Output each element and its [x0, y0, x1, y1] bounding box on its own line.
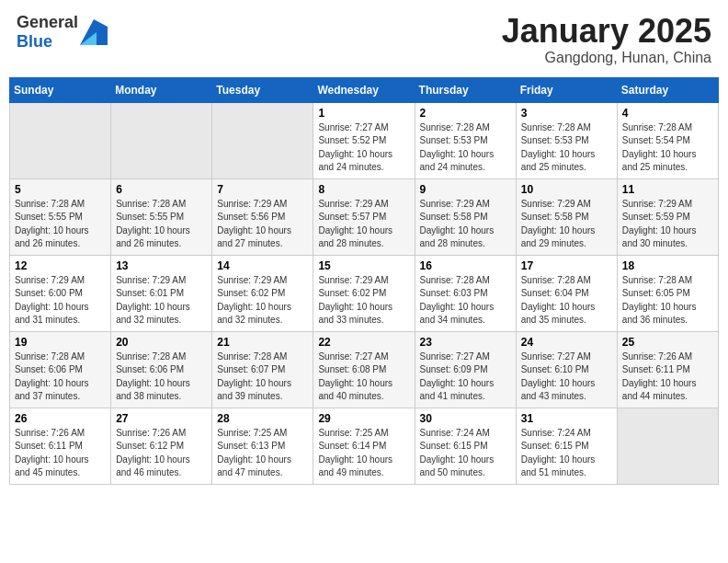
- day-info: Sunrise: 7:27 AMSunset: 5:52 PMDaylight:…: [318, 121, 409, 175]
- logo: General Blue: [17, 13, 108, 52]
- week-row-2: 5Sunrise: 7:28 AMSunset: 5:55 PMDaylight…: [10, 178, 719, 255]
- day-number: 31: [521, 412, 612, 425]
- day-info: Sunrise: 7:29 AMSunset: 6:02 PMDaylight:…: [217, 274, 308, 327]
- calendar-cell: 25Sunrise: 7:26 AMSunset: 6:11 PMDayligh…: [617, 331, 718, 408]
- calendar-cell: 11Sunrise: 7:29 AMSunset: 5:59 PMDayligh…: [617, 178, 718, 255]
- weekday-header-monday: Monday: [111, 77, 212, 102]
- day-info: Sunrise: 7:28 AMSunset: 6:06 PMDaylight:…: [116, 350, 207, 404]
- day-number: 29: [318, 412, 409, 425]
- day-number: 8: [318, 183, 409, 196]
- day-info: Sunrise: 7:26 AMSunset: 6:11 PMDaylight:…: [622, 350, 713, 404]
- day-info: Sunrise: 7:29 AMSunset: 5:57 PMDaylight:…: [318, 198, 409, 251]
- calendar-cell: 30Sunrise: 7:24 AMSunset: 6:15 PMDayligh…: [415, 408, 516, 484]
- day-number: 22: [318, 336, 409, 349]
- day-info: Sunrise: 7:25 AMSunset: 6:13 PMDaylight:…: [217, 427, 308, 480]
- logo-text: General Blue: [17, 13, 78, 52]
- calendar-cell: [10, 102, 111, 178]
- day-number: 3: [521, 107, 612, 120]
- weekday-header-friday: Friday: [516, 77, 617, 102]
- calendar-title: January 2025: [502, 13, 711, 50]
- day-number: 24: [521, 336, 612, 349]
- calendar-cell: 21Sunrise: 7:28 AMSunset: 6:07 PMDayligh…: [212, 331, 313, 408]
- day-info: Sunrise: 7:24 AMSunset: 6:15 PMDaylight:…: [420, 427, 511, 480]
- calendar-cell: 16Sunrise: 7:28 AMSunset: 6:03 PMDayligh…: [415, 255, 516, 331]
- calendar-cell: 6Sunrise: 7:28 AMSunset: 5:55 PMDaylight…: [111, 178, 212, 255]
- day-number: 30: [420, 412, 511, 425]
- day-number: 4: [622, 107, 713, 120]
- calendar-header: SundayMondayTuesdayWednesdayThursdayFrid…: [10, 77, 719, 102]
- calendar-cell: 27Sunrise: 7:26 AMSunset: 6:12 PMDayligh…: [111, 408, 212, 484]
- day-number: 11: [622, 183, 713, 196]
- calendar-cell: 20Sunrise: 7:28 AMSunset: 6:06 PMDayligh…: [111, 331, 212, 408]
- day-info: Sunrise: 7:28 AMSunset: 6:07 PMDaylight:…: [217, 350, 308, 404]
- day-number: 12: [15, 259, 106, 272]
- day-number: 16: [420, 259, 511, 272]
- calendar-cell: 15Sunrise: 7:29 AMSunset: 6:02 PMDayligh…: [313, 255, 415, 331]
- calendar-table: SundayMondayTuesdayWednesdayThursdayFrid…: [9, 77, 719, 485]
- calendar-cell: 29Sunrise: 7:25 AMSunset: 6:14 PMDayligh…: [313, 408, 415, 484]
- day-number: 13: [116, 259, 207, 272]
- day-number: 9: [420, 183, 511, 196]
- day-info: Sunrise: 7:26 AMSunset: 6:12 PMDaylight:…: [116, 427, 207, 480]
- calendar-cell: 24Sunrise: 7:27 AMSunset: 6:10 PMDayligh…: [516, 331, 617, 408]
- day-info: Sunrise: 7:28 AMSunset: 5:55 PMDaylight:…: [116, 198, 207, 251]
- title-block: January 2025 Gangdong, Hunan, China: [502, 13, 711, 66]
- weekday-header-wednesday: Wednesday: [313, 77, 415, 102]
- day-number: 7: [217, 183, 308, 196]
- week-row-5: 26Sunrise: 7:26 AMSunset: 6:11 PMDayligh…: [10, 408, 719, 484]
- day-number: 25: [622, 336, 713, 349]
- calendar-cell: 18Sunrise: 7:28 AMSunset: 6:05 PMDayligh…: [617, 255, 718, 331]
- day-number: 1: [318, 107, 409, 120]
- day-info: Sunrise: 7:29 AMSunset: 5:58 PMDaylight:…: [420, 198, 511, 251]
- calendar-subtitle: Gangdong, Hunan, China: [502, 50, 711, 66]
- calendar-cell: 3Sunrise: 7:28 AMSunset: 5:53 PMDaylight…: [516, 102, 617, 178]
- day-info: Sunrise: 7:28 AMSunset: 6:06 PMDaylight:…: [15, 350, 106, 404]
- day-number: 26: [15, 412, 106, 425]
- weekday-header-sunday: Sunday: [10, 77, 111, 102]
- week-row-1: 1Sunrise: 7:27 AMSunset: 5:52 PMDaylight…: [10, 102, 719, 178]
- logo-general: General: [17, 13, 78, 31]
- weekday-row: SundayMondayTuesdayWednesdayThursdayFrid…: [10, 77, 719, 102]
- day-number: 17: [521, 259, 612, 272]
- day-info: Sunrise: 7:28 AMSunset: 6:04 PMDaylight:…: [521, 274, 612, 327]
- calendar-cell: 12Sunrise: 7:29 AMSunset: 6:00 PMDayligh…: [10, 255, 111, 331]
- day-number: 2: [420, 107, 511, 120]
- calendar-cell: [111, 102, 212, 178]
- day-info: Sunrise: 7:28 AMSunset: 5:54 PMDaylight:…: [622, 121, 713, 175]
- day-number: 10: [521, 183, 612, 196]
- day-info: Sunrise: 7:28 AMSunset: 5:53 PMDaylight:…: [521, 121, 612, 175]
- day-number: 23: [420, 336, 511, 349]
- day-info: Sunrise: 7:27 AMSunset: 6:10 PMDaylight:…: [521, 350, 612, 404]
- day-info: Sunrise: 7:29 AMSunset: 6:02 PMDaylight:…: [318, 274, 409, 327]
- day-info: Sunrise: 7:28 AMSunset: 5:55 PMDaylight:…: [15, 198, 106, 251]
- day-number: 18: [622, 259, 713, 272]
- day-number: 28: [217, 412, 308, 425]
- calendar-cell: 31Sunrise: 7:24 AMSunset: 6:15 PMDayligh…: [516, 408, 617, 484]
- day-info: Sunrise: 7:28 AMSunset: 5:53 PMDaylight:…: [420, 121, 511, 175]
- day-number: 15: [318, 259, 409, 272]
- day-number: 6: [116, 183, 207, 196]
- day-info: Sunrise: 7:24 AMSunset: 6:15 PMDaylight:…: [521, 427, 612, 480]
- calendar-cell: 19Sunrise: 7:28 AMSunset: 6:06 PMDayligh…: [10, 331, 111, 408]
- day-info: Sunrise: 7:29 AMSunset: 5:58 PMDaylight:…: [521, 198, 612, 251]
- calendar-cell: 17Sunrise: 7:28 AMSunset: 6:04 PMDayligh…: [516, 255, 617, 331]
- day-number: 5: [15, 183, 106, 196]
- weekday-header-saturday: Saturday: [617, 77, 718, 102]
- day-info: Sunrise: 7:29 AMSunset: 5:59 PMDaylight:…: [622, 198, 713, 251]
- calendar-cell: 10Sunrise: 7:29 AMSunset: 5:58 PMDayligh…: [516, 178, 617, 255]
- day-info: Sunrise: 7:28 AMSunset: 6:03 PMDaylight:…: [420, 274, 511, 327]
- calendar-cell: 14Sunrise: 7:29 AMSunset: 6:02 PMDayligh…: [212, 255, 313, 331]
- calendar-cell: 13Sunrise: 7:29 AMSunset: 6:01 PMDayligh…: [111, 255, 212, 331]
- day-info: Sunrise: 7:26 AMSunset: 6:11 PMDaylight:…: [15, 427, 106, 480]
- calendar-cell: 28Sunrise: 7:25 AMSunset: 6:13 PMDayligh…: [212, 408, 313, 484]
- calendar-cell: 1Sunrise: 7:27 AMSunset: 5:52 PMDaylight…: [313, 102, 415, 178]
- day-info: Sunrise: 7:29 AMSunset: 6:00 PMDaylight:…: [15, 274, 106, 327]
- week-row-3: 12Sunrise: 7:29 AMSunset: 6:00 PMDayligh…: [10, 255, 719, 331]
- logo-icon: [80, 19, 108, 45]
- calendar-cell: 2Sunrise: 7:28 AMSunset: 5:53 PMDaylight…: [415, 102, 516, 178]
- day-info: Sunrise: 7:25 AMSunset: 6:14 PMDaylight:…: [318, 427, 409, 480]
- weekday-header-tuesday: Tuesday: [212, 77, 313, 102]
- logo-blue: Blue: [17, 32, 52, 51]
- day-info: Sunrise: 7:27 AMSunset: 6:09 PMDaylight:…: [420, 350, 511, 404]
- day-number: 19: [15, 336, 106, 349]
